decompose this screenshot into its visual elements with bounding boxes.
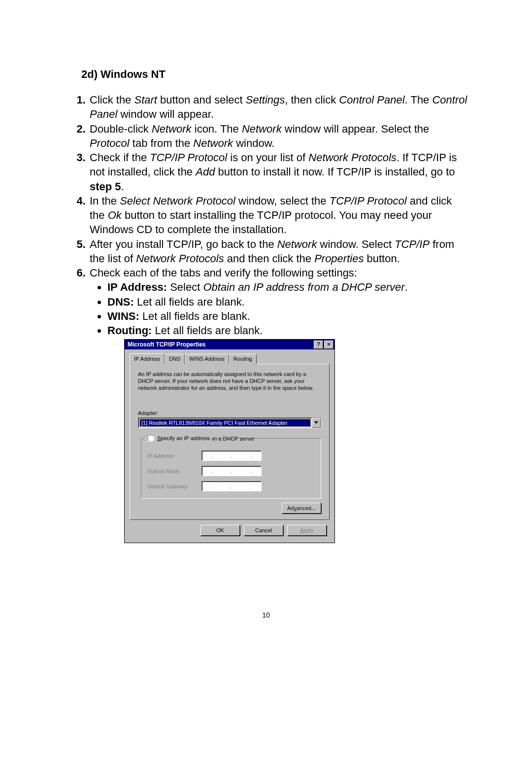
- ip-address-field[interactable]: ...: [201, 450, 262, 461]
- tab-bar: IP Address DNS WINS Address Routing: [130, 353, 330, 364]
- apply-button[interactable]: Apply: [287, 525, 327, 536]
- dialog-titlebar[interactable]: Microsoft TCP/IP Properties ? ×: [125, 340, 334, 349]
- default-gateway-label: Default Gateway:: [147, 483, 201, 489]
- cancel-button[interactable]: Cancel: [244, 525, 283, 536]
- description-text: An IP address can be automatically assig…: [138, 371, 321, 391]
- step-1: Click the Start button and select Settin…: [89, 93, 468, 122]
- subnet-mask-label: Subnet Mask:: [147, 468, 201, 474]
- help-button[interactable]: ?: [314, 341, 323, 349]
- step-4: In the Select Network Protocol window, s…: [89, 194, 468, 237]
- bullet-dns: DNS: Let all fields are blank.: [107, 295, 468, 309]
- close-button[interactable]: ×: [324, 341, 333, 349]
- specify-ip-group: Specify an IP address IP Address: ... Su…: [141, 438, 321, 499]
- subnet-mask-field[interactable]: ...: [201, 466, 262, 476]
- tab-dns[interactable]: DNS: [165, 354, 185, 364]
- step-6: Check each of the tabs and verify the fo…: [89, 266, 468, 338]
- tab-wins-address[interactable]: WINS Address: [185, 354, 229, 364]
- document-body: 2d) Windows NT Click the Start button an…: [64, 68, 468, 338]
- svg-marker-0: [314, 421, 318, 424]
- ok-button[interactable]: OK: [200, 525, 240, 536]
- default-gateway-field[interactable]: ...: [201, 481, 262, 491]
- dialog-title: Microsoft TCP/IP Properties: [128, 341, 205, 348]
- tcpip-properties-dialog: Microsoft TCP/IP Properties ? × IP Addre…: [124, 339, 335, 543]
- bullet-ip: IP Address: Select Obtain an IP address …: [107, 280, 468, 294]
- step-2: Double-click Network icon. The Network w…: [89, 122, 468, 151]
- step-3: Check if the TCP/IP Protocol is on your …: [89, 150, 468, 194]
- section-heading: 2d) Windows NT: [81, 68, 468, 81]
- ip-address-label: IP Address:: [147, 453, 201, 459]
- chevron-down-icon[interactable]: [312, 418, 321, 428]
- step-5: After you install TCP/IP, go back to the…: [89, 237, 468, 266]
- radio-icon: [147, 435, 154, 442]
- tab-ip-address[interactable]: IP Address: [130, 353, 165, 364]
- bullet-wins: WINS: Let all fields are blank.: [107, 309, 468, 323]
- instruction-list: Click the Start button and select Settin…: [64, 93, 468, 338]
- tab-panel-ip: An IP address can be automatically assig…: [130, 364, 330, 520]
- radio-specify-ip[interactable]: Specify an IP address: [147, 435, 210, 442]
- bullet-list: IP Address: Select Obtain an IP address …: [90, 280, 468, 338]
- bullet-routing: Routing: Let all fields are blank.: [107, 323, 468, 338]
- tab-routing[interactable]: Routing: [229, 354, 257, 364]
- page-number: 10: [0, 611, 532, 619]
- advanced-button[interactable]: Advanced...: [282, 503, 321, 514]
- adapter-label: Adapter:: [138, 410, 321, 416]
- adapter-selected-value: [1] Realtek RTL8139/810X Family PCI Fast…: [139, 419, 311, 427]
- adapter-combobox[interactable]: [1] Realtek RTL8139/810X Family PCI Fast…: [138, 417, 321, 428]
